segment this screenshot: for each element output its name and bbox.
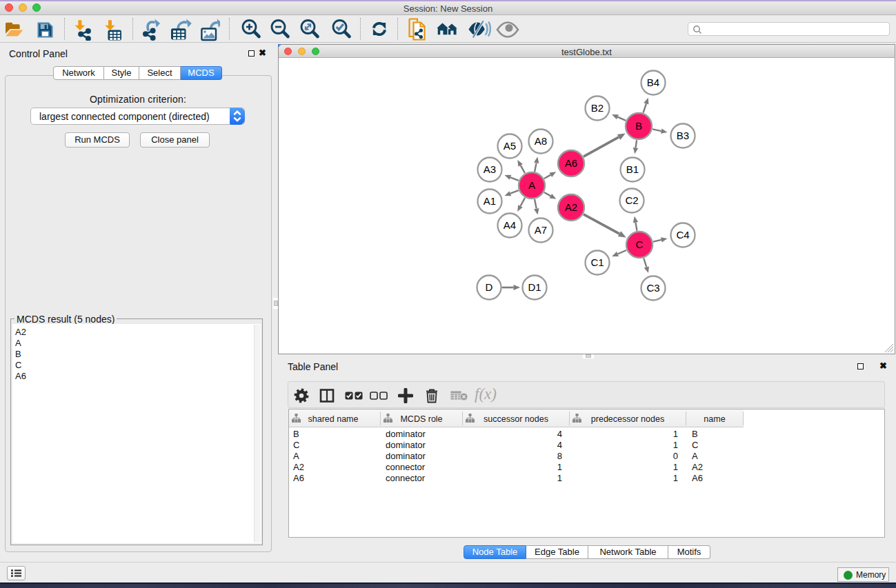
- svg-text:B4: B4: [647, 77, 659, 88]
- svg-text:MCDS role: MCDS role: [400, 414, 442, 424]
- svg-text:A4: A4: [504, 219, 516, 231]
- svg-text:B2: B2: [591, 102, 604, 114]
- svg-text:C3: C3: [646, 282, 659, 294]
- svg-text:D1: D1: [528, 281, 541, 293]
- svg-text:A3: A3: [484, 163, 496, 175]
- svg-text:A: A: [528, 179, 535, 191]
- svg-text:B1: B1: [626, 163, 639, 175]
- svg-text:B3: B3: [677, 130, 689, 141]
- svg-text:A5: A5: [504, 140, 516, 152]
- svg-text:B: B: [635, 120, 642, 132]
- svg-text:shared name: shared name: [308, 414, 359, 424]
- svg-text:A6: A6: [565, 157, 577, 169]
- svg-text:A2: A2: [565, 201, 577, 213]
- svg-text:C: C: [636, 239, 644, 250]
- svg-text:D: D: [486, 281, 493, 293]
- svg-text:C2: C2: [625, 194, 638, 206]
- svg-text:A7: A7: [535, 224, 547, 236]
- svg-text:C4: C4: [676, 229, 689, 241]
- svg-text:name: name: [704, 414, 725, 424]
- svg-text:successor nodes: successor nodes: [484, 414, 548, 424]
- svg-text:predecessor nodes: predecessor nodes: [591, 414, 664, 424]
- svg-text:C1: C1: [590, 256, 604, 268]
- svg-text:A8: A8: [535, 135, 547, 147]
- svg-text:A1: A1: [484, 195, 496, 207]
